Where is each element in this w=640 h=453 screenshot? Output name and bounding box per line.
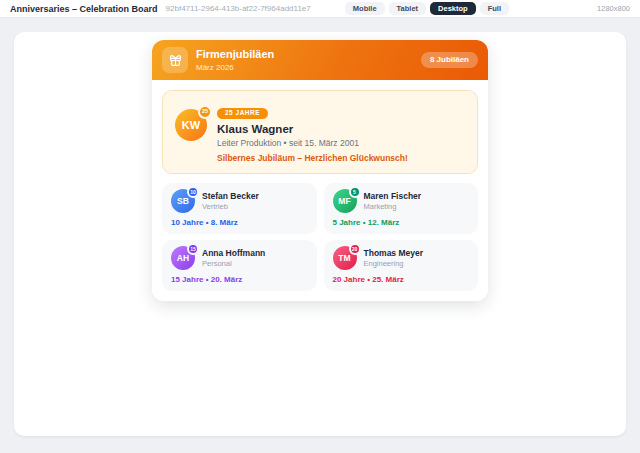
- person-meta: Leiter Produktion • seit 15. März 2001: [217, 138, 408, 148]
- person-info: Anna Hoffmann Personal: [202, 248, 265, 268]
- anniversary-card-maren-fischer: MF 5 Maren Fischer Marketing 5 Jahre • 1…: [324, 183, 479, 234]
- resolution-label: 1280x800: [597, 4, 630, 13]
- avatar-wrap: MF 5: [333, 189, 357, 213]
- avatar-wrap: TM 20: [333, 246, 357, 270]
- card-top: MF 5 Maren Fischer Marketing: [333, 189, 470, 213]
- anniversary-card-stefan-becker: SB 10 Stefan Becker Vertrieb 10 Jahre • …: [162, 183, 317, 234]
- avatar-wrap: SB 10: [171, 189, 195, 213]
- anniversary-card-thomas-meyer: TM 20 Thomas Meyer Engineering 20 Jahre …: [324, 240, 479, 291]
- board-titles: Firmenjubiläen März 2026: [196, 48, 274, 71]
- topbar: Anniversaries – Celebration Board 92bf47…: [0, 0, 640, 18]
- jubilee-count-badge: 8 Jubiläen: [421, 52, 478, 68]
- viewport-desktop-button[interactable]: Desktop: [430, 2, 476, 16]
- avatar-wrap: AH 15: [171, 246, 195, 270]
- years-pill: 25 JAHRE: [217, 108, 268, 120]
- card-top: SB 10 Stefan Becker Vertrieb: [171, 189, 308, 213]
- person-name: Klaus Wagner: [217, 123, 408, 135]
- person-name: Thomas Meyer: [364, 248, 424, 258]
- person-role: Vertrieb: [202, 202, 259, 211]
- anniversary-date: 20 Jahre • 25. März: [333, 275, 470, 284]
- featured-anniversary-card: KW 25 25 JAHRE Klaus Wagner Leiter Produ…: [162, 90, 478, 174]
- viewport-switcher: Mobile Tablet Desktop Full: [345, 2, 509, 16]
- board-subtitle: März 2026: [196, 63, 274, 72]
- person-role: Engineering: [364, 259, 424, 268]
- session-id: 92bf4711-2964-413b-af22-7f964add11e7: [166, 4, 311, 13]
- person-info: Thomas Meyer Engineering: [364, 248, 424, 268]
- years-mini-badge: 15: [187, 243, 199, 255]
- viewport-tablet-button[interactable]: Tablet: [389, 2, 427, 16]
- years-mini-badge: 20: [349, 243, 361, 255]
- page: Anniversaries – Celebration Board 92bf47…: [0, 0, 640, 436]
- person-name: Stefan Becker: [202, 191, 259, 201]
- preview-workspace: Firmenjubiläen März 2026 8 Jubiläen KW 2…: [14, 32, 626, 436]
- years-mini-badge: 10: [187, 186, 199, 198]
- card-top: AH 15 Anna Hoffmann Personal: [171, 246, 308, 270]
- viewport-mobile-button[interactable]: Mobile: [345, 2, 385, 16]
- board-header: Firmenjubiläen März 2026 8 Jubiläen: [152, 40, 488, 80]
- years-mini-badge: 25: [198, 105, 212, 119]
- anniversary-grid: SB 10 Stefan Becker Vertrieb 10 Jahre • …: [162, 183, 478, 291]
- anniversary-date: 15 Jahre • 20. März: [171, 275, 308, 284]
- person-role: Marketing: [364, 202, 422, 211]
- person-name: Maren Fischer: [364, 191, 422, 201]
- board-title: Firmenjubiläen: [196, 48, 274, 60]
- person-name: Anna Hoffmann: [202, 248, 265, 258]
- anniversary-date: 5 Jahre • 12. März: [333, 218, 470, 227]
- anniversary-date: 10 Jahre • 8. März: [171, 218, 308, 227]
- anniversary-card-anna-hoffmann: AH 15 Anna Hoffmann Personal 15 Jahre • …: [162, 240, 317, 291]
- celebration-board: Firmenjubiläen März 2026 8 Jubiläen KW 2…: [152, 40, 488, 301]
- viewport-full-button[interactable]: Full: [480, 2, 509, 16]
- jubilee-highlight: Silbernes Jubiläum – Herzlichen Glückwun…: [217, 153, 408, 163]
- card-top: TM 20 Thomas Meyer Engineering: [333, 246, 470, 270]
- board-body: KW 25 25 JAHRE Klaus Wagner Leiter Produ…: [152, 80, 488, 301]
- person-info: Stefan Becker Vertrieb: [202, 191, 259, 211]
- page-title: Anniversaries – Celebration Board: [10, 4, 158, 14]
- avatar-wrap: KW 25: [175, 109, 207, 141]
- person-role: Personal: [202, 259, 265, 268]
- person-info: Maren Fischer Marketing: [364, 191, 422, 211]
- gift-icon: [162, 47, 188, 73]
- years-mini-badge: 5: [349, 186, 361, 198]
- featured-content: 25 JAHRE Klaus Wagner Leiter Produktion …: [217, 101, 408, 163]
